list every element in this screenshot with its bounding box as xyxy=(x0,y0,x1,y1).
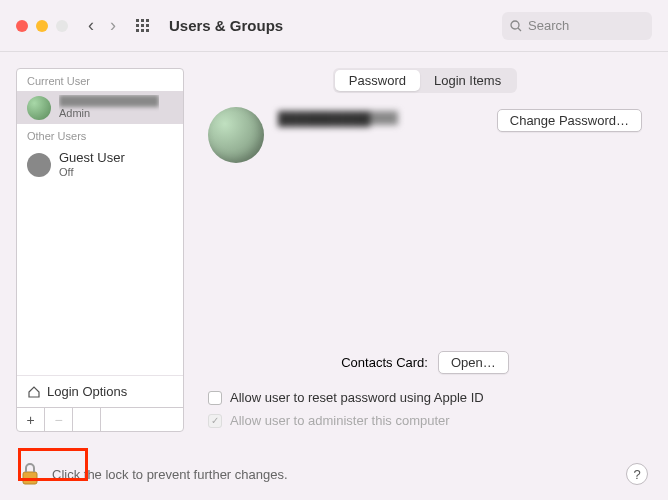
home-icon xyxy=(27,385,41,399)
svg-line-1 xyxy=(518,28,521,31)
allow-admin-row: ✓ Allow user to administer this computer xyxy=(198,409,652,432)
search-icon xyxy=(510,20,522,32)
avatar-icon xyxy=(27,153,51,177)
back-button[interactable]: ‹ xyxy=(88,15,94,36)
guest-user-role: Off xyxy=(59,166,125,179)
toolbar: ‹ › Users & Groups Search xyxy=(0,0,668,52)
current-user-name: ██████████ xyxy=(59,95,159,107)
svg-rect-2 xyxy=(23,472,37,484)
show-all-icon[interactable] xyxy=(136,19,149,32)
allow-admin-checkbox: ✓ xyxy=(208,414,222,428)
window-title: Users & Groups xyxy=(169,17,502,34)
sidebar-item-current-user[interactable]: ██████████ Admin xyxy=(17,91,183,124)
contacts-card-label: Contacts Card: xyxy=(341,355,428,370)
tabs: Password Login Items xyxy=(198,68,652,93)
sidebar: Current User ██████████ Admin Other User… xyxy=(16,68,184,432)
user-button-bar: + − xyxy=(17,407,183,431)
allow-reset-label: Allow user to reset password using Apple… xyxy=(230,390,484,405)
contacts-card-row: Contacts Card: Open… xyxy=(198,351,652,374)
current-user-header: Current User xyxy=(17,69,183,91)
login-options-button[interactable]: Login Options xyxy=(17,375,183,407)
footer: Click the lock to prevent further change… xyxy=(0,448,668,500)
forward-button: › xyxy=(110,15,116,36)
lock-icon[interactable] xyxy=(20,462,40,486)
sidebar-item-guest-user[interactable]: Guest User Off xyxy=(17,146,183,183)
remove-user-button: − xyxy=(45,408,73,431)
help-button[interactable]: ? xyxy=(626,463,648,485)
user-display-name: ██████████ xyxy=(278,111,398,125)
footer-text: Click the lock to prevent further change… xyxy=(52,467,626,482)
user-avatar[interactable] xyxy=(208,107,264,163)
search-placeholder: Search xyxy=(528,18,569,33)
close-window-button[interactable] xyxy=(16,20,28,32)
content: Current User ██████████ Admin Other User… xyxy=(0,52,668,448)
change-password-button[interactable]: Change Password… xyxy=(497,109,642,132)
traffic-lights xyxy=(16,20,68,32)
zoom-window-button xyxy=(56,20,68,32)
tab-login-items[interactable]: Login Items xyxy=(420,70,515,91)
nav-arrows: ‹ › xyxy=(88,15,116,36)
tab-password[interactable]: Password xyxy=(335,70,420,91)
user-extra-button xyxy=(73,408,101,431)
search-input[interactable]: Search xyxy=(502,12,652,40)
main-panel: Password Login Items ██████████ Change P… xyxy=(198,68,652,432)
login-options-label: Login Options xyxy=(47,384,127,399)
avatar-icon xyxy=(27,96,51,120)
svg-point-0 xyxy=(511,21,519,29)
other-users-header: Other Users xyxy=(17,124,183,146)
minimize-window-button[interactable] xyxy=(36,20,48,32)
allow-admin-label: Allow user to administer this computer xyxy=(230,413,450,428)
guest-user-name: Guest User xyxy=(59,150,125,166)
open-contacts-button[interactable]: Open… xyxy=(438,351,509,374)
user-header: ██████████ Change Password… xyxy=(198,107,652,163)
allow-reset-checkbox[interactable] xyxy=(208,391,222,405)
allow-reset-row: Allow user to reset password using Apple… xyxy=(198,386,652,409)
add-user-button[interactable]: + xyxy=(17,408,45,431)
